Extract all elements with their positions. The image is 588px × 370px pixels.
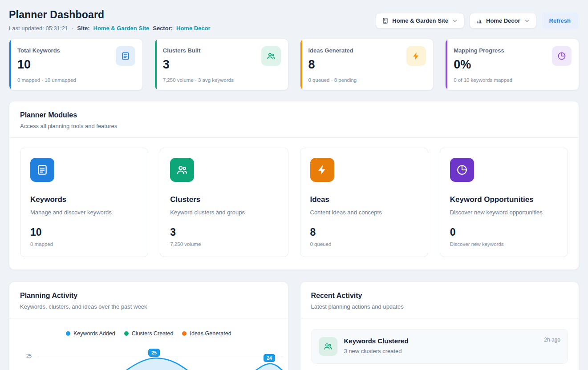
- activity-list: Keywords Clustered 3 new clusters create…: [300, 318, 579, 370]
- bolt-icon: [310, 158, 334, 182]
- legend-label: Ideas Generated: [190, 330, 231, 337]
- legend-label: Keywords Added: [73, 330, 115, 337]
- site-link[interactable]: Home & Garden Site: [93, 25, 150, 32]
- legend-item-ideas-generated: Ideas Generated: [182, 330, 231, 337]
- header-controls: Home & Garden Site Home Decor Refresh: [376, 12, 578, 29]
- building-icon: [382, 17, 389, 24]
- module-value: 0: [450, 226, 558, 238]
- header-left: Planner Dashboard Last updated: 05:31:21…: [9, 9, 211, 32]
- data-point-label: 24: [264, 354, 275, 362]
- stat-caption: 0 queued · 8 pending: [308, 77, 426, 83]
- sector-link[interactable]: Home Decor: [176, 25, 211, 32]
- chevron-down-icon: [452, 18, 458, 24]
- bar-chart-icon: [476, 17, 483, 24]
- list-item: Keywords Clustered 3 new clusters create…: [311, 329, 568, 364]
- stat-card-ideas-generated: Ideas Generated 8 0 queued · 8 pending: [300, 39, 434, 90]
- recent-activity-header: Recent Activity Latest planning actions …: [300, 282, 579, 318]
- sector-label: Sector:: [153, 25, 173, 32]
- planner-dashboard-page: Planner Dashboard Last updated: 05:31:21…: [0, 0, 588, 370]
- module-title: Clusters: [170, 195, 278, 204]
- panel-title: Recent Activity: [311, 292, 568, 300]
- meta-separator: ·: [72, 25, 73, 32]
- module-caption: Discover new keywords: [450, 241, 558, 247]
- panel-subtitle: Latest planning actions and updates: [311, 303, 568, 310]
- refresh-button[interactable]: Refresh: [542, 12, 578, 29]
- module-description: Discover new keyword opportunities: [450, 209, 558, 216]
- legend-label: Clusters Created: [132, 330, 174, 337]
- page-title: Planner Dashboard: [9, 9, 211, 21]
- module-description: Manage and discover keywords: [30, 209, 138, 216]
- module-card-keyword-opportunities[interactable]: Keyword Opportunities Discover new keywo…: [440, 148, 568, 257]
- stat-caption: 0 of 10 keywords mapped: [454, 77, 571, 83]
- module-description: Content ideas and concepts: [310, 209, 418, 216]
- module-value: 10: [30, 226, 138, 238]
- module-caption: 7,250 volume: [170, 241, 278, 247]
- page-header: Planner Dashboard Last updated: 05:31:21…: [0, 0, 588, 32]
- legend-item-keywords-added: Keywords Added: [66, 330, 115, 337]
- module-description: Keyword clusters and groups: [170, 209, 278, 216]
- legend-dot: [66, 331, 70, 336]
- module-card-keywords[interactable]: Keywords Manage and discover keywords 10…: [20, 148, 148, 257]
- last-updated-text: Last updated: 05:31:21: [9, 25, 68, 32]
- planning-activity-card: Planning Activity Keywords, clusters, an…: [9, 282, 288, 370]
- panel-title: Planning Activity: [20, 292, 277, 300]
- panel-subtitle: Keywords, clusters, and ideas over the p…: [20, 303, 277, 310]
- modules-grid: Keywords Manage and discover keywords 10…: [9, 138, 579, 269]
- planner-modules-header: Planner Modules Access all planning tool…: [9, 101, 579, 138]
- sector-selector-value: Home Decor: [486, 17, 520, 24]
- activity-item-timestamp: 2h ago: [544, 337, 560, 343]
- chart-legend: Keywords Added Clusters Created Ideas Ge…: [9, 318, 288, 337]
- legend-dot: [182, 331, 187, 336]
- site-label: Site:: [77, 25, 89, 32]
- panel-subtitle: Access all planning tools and features: [20, 123, 568, 129]
- panel-title: Planner Modules: [20, 111, 568, 119]
- stat-card-mapping-progress: Mapping Progress 0% 0 of 10 keywords map…: [445, 39, 579, 90]
- stat-caption: 0 mapped · 10 unmapped: [17, 77, 134, 83]
- pie-chart-icon: [552, 46, 572, 66]
- sector-selector-dropdown[interactable]: Home Decor: [470, 13, 536, 28]
- site-selector-value: Home & Garden Site: [392, 17, 448, 24]
- bottom-row: Planning Activity Keywords, clusters, an…: [0, 282, 588, 370]
- module-card-clusters[interactable]: Clusters Keyword clusters and groups 3 7…: [160, 148, 288, 257]
- activity-item-description: 3 new clusters created: [344, 348, 409, 354]
- users-icon: [261, 46, 281, 66]
- module-value: 3: [170, 226, 278, 238]
- legend-dot: [124, 331, 129, 336]
- stat-card-clusters-built: Clusters Built 3 7,250 volume · 3 avg ke…: [154, 39, 288, 90]
- planning-activity-header: Planning Activity Keywords, clusters, an…: [9, 282, 288, 318]
- site-selector-dropdown[interactable]: Home & Garden Site: [376, 13, 464, 28]
- recent-activity-card: Recent Activity Latest planning actions …: [300, 282, 580, 370]
- pie-chart-icon: [450, 158, 474, 182]
- activity-item-body: Keywords Clustered 3 new clusters create…: [344, 337, 409, 356]
- line-chart: 25 25 24: [9, 343, 288, 370]
- data-point-label: 25: [148, 349, 160, 357]
- stat-caption: 7,250 volume · 3 avg keywords: [163, 77, 280, 83]
- document-icon: [116, 46, 135, 66]
- activity-item-title: Keywords Clustered: [344, 337, 409, 345]
- planner-modules-panel: Planner Modules Access all planning tool…: [9, 101, 579, 270]
- users-icon: [319, 337, 337, 356]
- y-axis-tick: 25: [26, 353, 32, 358]
- stat-cards-row: Total Keywords 10 0 mapped · 10 unmapped…: [0, 39, 588, 90]
- module-title: Ideas: [310, 195, 418, 204]
- document-icon: [30, 158, 54, 182]
- users-icon: [170, 158, 194, 182]
- module-title: Keyword Opportunities: [450, 195, 558, 204]
- stat-card-total-keywords: Total Keywords 10 0 mapped · 10 unmapped: [9, 39, 143, 90]
- module-value: 8: [310, 226, 418, 238]
- legend-item-clusters-created: Clusters Created: [124, 330, 174, 337]
- module-caption: 0 queued: [310, 241, 418, 247]
- bolt-icon: [406, 46, 426, 66]
- chevron-down-icon: [524, 18, 530, 24]
- module-caption: 0 mapped: [30, 241, 138, 247]
- module-card-ideas[interactable]: Ideas Content ideas and concepts 8 0 que…: [300, 148, 428, 257]
- module-title: Keywords: [30, 195, 138, 204]
- header-meta: Last updated: 05:31:21 · Site: Home & Ga…: [9, 25, 211, 32]
- keywords-added-series: [37, 343, 284, 370]
